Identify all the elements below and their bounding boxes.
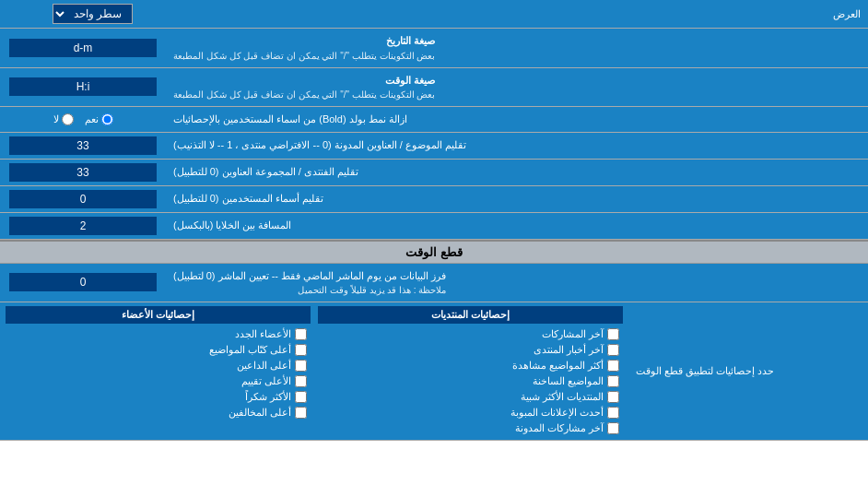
- subject-trim-input[interactable]: [9, 136, 157, 155]
- cutoff-row-label: فرز البيانات من يوم الماشر الماضي فقط --…: [166, 264, 868, 302]
- date-format-input-cell: [0, 29, 166, 67]
- cutoff-input-cell: [0, 264, 166, 302]
- subject-trim-label: تقليم الموضوع / العناوين المدونة (0 -- ا…: [166, 133, 868, 159]
- stats-columns: إحصائيات المنتديات آخر المشاركات آخر أخب…: [0, 302, 628, 440]
- stats-item-0: آخر المشاركات: [318, 326, 623, 342]
- forum-stats-col: إحصائيات المنتديات آخر المشاركات آخر أخب…: [318, 306, 623, 436]
- stats-item-5: أحدث الإعلانات المبوبة: [318, 405, 623, 420]
- date-format-label: صيغة التاريخ بعض التكوينات يتطلب "/" الت…: [166, 29, 868, 67]
- stats-checkbox-member-3[interactable]: [295, 375, 307, 387]
- stats-checkbox-member-0[interactable]: [295, 328, 307, 340]
- username-trim-input[interactable]: [9, 190, 157, 208]
- radio-yes-label: نعم: [85, 113, 113, 125]
- stats-item-m1: أعلى كتّاب المواضيع: [6, 342, 311, 358]
- dropdown-cell: سطر واحد سطرين ثلاثة أسطر: [0, 0, 184, 28]
- stats-checkbox-member-2[interactable]: [295, 360, 307, 372]
- time-format-input-cell: [0, 68, 166, 107]
- stats-item-m4: الأكثر شكراً: [6, 389, 311, 405]
- stats-item-m2: أعلى الداعين: [6, 358, 311, 373]
- username-trim-label: تقليم أسماء المستخدمين (0 للتطبيل): [166, 186, 868, 212]
- stats-checkbox-forum-0[interactable]: [607, 328, 619, 340]
- stats-checkbox-forum-2[interactable]: [607, 360, 619, 372]
- member-stats-col: إحصائيات الأعضاء الأعضاء الجدد أعلى كتّا…: [6, 306, 311, 436]
- time-format-input[interactable]: [9, 77, 157, 96]
- cell-gap-input[interactable]: [9, 217, 157, 235]
- bold-radio-cell: نعم لا: [0, 107, 166, 132]
- username-trim-input-cell: [0, 186, 166, 212]
- forum-stats-header: إحصائيات المنتديات: [318, 306, 623, 324]
- cell-gap-label: المسافة بين الخلايا (بالبكسل): [166, 213, 868, 239]
- radio-no-label: لا: [53, 113, 74, 125]
- stats-checkbox-member-4[interactable]: [295, 391, 307, 403]
- stats-checkbox-member-1[interactable]: [295, 344, 307, 356]
- stats-checkbox-forum-4[interactable]: [607, 391, 619, 403]
- subject-trim-input-cell: [0, 133, 166, 159]
- stats-checkbox-forum-3[interactable]: [607, 375, 619, 387]
- forum-group-label: تقليم الفنتدى / المجموعة العناوين (0 للت…: [166, 160, 868, 185]
- bold-remove-label: ازالة نمط بولد (Bold) من اسماء المستخدمي…: [166, 107, 868, 132]
- cell-gap-input-cell: [0, 213, 166, 239]
- stats-checkbox-forum-1[interactable]: [607, 344, 619, 356]
- radio-yes[interactable]: [101, 113, 113, 125]
- stats-item-6: آخر مشاركات المدونة: [318, 420, 623, 436]
- stats-checkbox-forum-5[interactable]: [607, 407, 619, 419]
- forum-group-input-cell: [0, 160, 166, 185]
- stats-item-m0: الأعضاء الجدد: [6, 326, 311, 342]
- stats-item-m5: أعلى المخالفين: [6, 405, 311, 420]
- time-format-label: صيغة الوقت بعض التكوينات يتطلب "/" التي …: [166, 68, 868, 107]
- member-stats-header: إحصائيات الأعضاء: [6, 306, 311, 324]
- date-format-input[interactable]: [9, 39, 157, 57]
- stats-checkbox-forum-6[interactable]: [607, 422, 619, 434]
- stats-item-1: آخر أخبار المنتدى: [318, 342, 623, 358]
- display-dropdown[interactable]: سطر واحد سطرين ثلاثة أسطر: [53, 4, 133, 24]
- display-label: العرض: [184, 0, 868, 28]
- stats-item-3: المواضيع الساخنة: [318, 373, 623, 389]
- forum-group-input[interactable]: [9, 163, 157, 182]
- stats-item-2: أكثر المواضيع مشاهدة: [318, 358, 623, 373]
- cutoff-section-header: قطع الوقت: [0, 240, 868, 264]
- radio-no[interactable]: [62, 113, 74, 125]
- stats-time-label: حدد إحصائيات لتطبيق قطع الوقت: [628, 302, 868, 440]
- stats-item-4: المنتديات الأكثر شبية: [318, 389, 623, 405]
- stats-item-m3: الأعلى تقييم: [6, 373, 311, 389]
- cutoff-input[interactable]: [9, 273, 157, 291]
- stats-checkbox-member-5[interactable]: [295, 407, 307, 419]
